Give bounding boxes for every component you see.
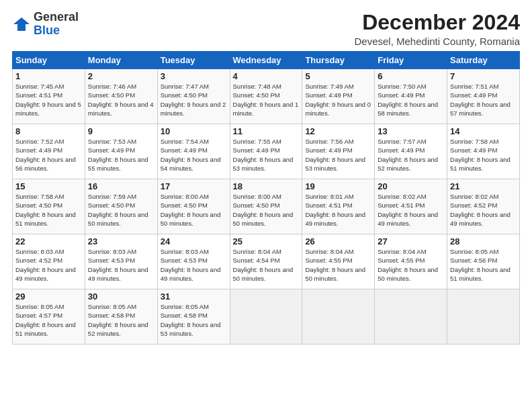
day-detail: Sunrise: 7:53 AMSunset: 4:49 PMDaylight:… [88,137,154,173]
day-detail: Sunrise: 8:00 AMSunset: 4:50 PMDaylight:… [161,192,227,228]
day-detail: Sunrise: 8:02 AMSunset: 4:52 PMDaylight:… [450,192,517,228]
day-detail: Sunrise: 8:01 AMSunset: 4:51 PMDaylight:… [305,192,371,228]
day-number: 18 [233,181,300,191]
svg-marker-0 [13,17,30,31]
day-detail: Sunrise: 7:50 AMSunset: 4:49 PMDaylight:… [378,82,444,118]
calendar-header: SundayMondayTuesdayWednesdayThursdayFrid… [13,52,520,69]
calendar-cell: 20Sunrise: 8:02 AMSunset: 4:51 PMDayligh… [375,179,447,234]
calendar-week-3: 15Sunrise: 7:58 AMSunset: 4:50 PMDayligh… [13,179,520,234]
calendar-cell: 12Sunrise: 7:56 AMSunset: 4:49 PMDayligh… [302,124,375,179]
calendar-cell: 5Sunrise: 7:49 AMSunset: 4:49 PMDaylight… [302,69,375,124]
day-detail: Sunrise: 8:05 AMSunset: 4:58 PMDaylight:… [88,302,154,338]
calendar-cell: 21Sunrise: 8:02 AMSunset: 4:52 PMDayligh… [447,179,520,234]
day-detail: Sunrise: 8:05 AMSunset: 4:58 PMDaylight:… [161,302,227,338]
day-number: 28 [450,236,517,246]
day-number: 2 [88,71,154,81]
weekday-sunday: Sunday [13,52,85,69]
day-detail: Sunrise: 7:56 AMSunset: 4:49 PMDaylight:… [305,137,371,173]
day-number: 16 [88,181,154,191]
calendar-cell: 24Sunrise: 8:03 AMSunset: 4:53 PMDayligh… [157,234,230,289]
calendar-cell: 13Sunrise: 7:57 AMSunset: 4:49 PMDayligh… [375,124,447,179]
calendar-week-4: 22Sunrise: 8:03 AMSunset: 4:52 PMDayligh… [13,234,520,289]
calendar-cell: 25Sunrise: 8:04 AMSunset: 4:54 PMDayligh… [230,234,302,289]
day-number: 25 [233,236,300,246]
logo-text: General Blue [34,11,79,38]
weekday-friday: Friday [375,52,447,69]
day-detail: Sunrise: 7:49 AMSunset: 4:49 PMDaylight:… [305,82,371,118]
calendar-cell: 4Sunrise: 7:48 AMSunset: 4:50 PMDaylight… [230,69,302,124]
day-detail: Sunrise: 8:02 AMSunset: 4:51 PMDaylight:… [378,192,444,228]
logo: General Blue [12,11,79,38]
calendar-cell: 27Sunrise: 8:04 AMSunset: 4:55 PMDayligh… [375,234,447,289]
calendar-cell: 16Sunrise: 7:59 AMSunset: 4:50 PMDayligh… [85,179,157,234]
calendar-cell: 11Sunrise: 7:55 AMSunset: 4:49 PMDayligh… [230,124,302,179]
weekday-wednesday: Wednesday [230,52,302,69]
day-number: 9 [88,126,154,136]
day-detail: Sunrise: 7:59 AMSunset: 4:50 PMDaylight:… [88,192,154,228]
calendar-cell: 17Sunrise: 8:00 AMSunset: 4:50 PMDayligh… [157,179,230,234]
calendar-cell [447,289,520,345]
day-detail: Sunrise: 8:04 AMSunset: 4:55 PMDaylight:… [378,247,444,283]
month-title: December 2024 [354,11,520,34]
day-detail: Sunrise: 8:04 AMSunset: 4:55 PMDaylight:… [305,247,371,283]
calendar-week-2: 8Sunrise: 7:52 AMSunset: 4:49 PMDaylight… [13,124,520,179]
day-number: 7 [450,71,517,81]
day-detail: Sunrise: 8:05 AMSunset: 4:57 PMDaylight:… [15,302,82,338]
calendar-cell: 30Sunrise: 8:05 AMSunset: 4:58 PMDayligh… [85,289,157,345]
calendar-cell: 9Sunrise: 7:53 AMSunset: 4:49 PMDaylight… [85,124,157,179]
calendar-cell [230,289,302,345]
day-number: 23 [88,236,154,246]
day-number: 6 [378,71,444,81]
day-number: 11 [233,126,300,136]
day-detail: Sunrise: 8:03 AMSunset: 4:53 PMDaylight:… [161,247,227,283]
day-detail: Sunrise: 7:46 AMSunset: 4:50 PMDaylight:… [88,82,154,118]
day-number: 27 [378,236,444,246]
weekday-thursday: Thursday [302,52,375,69]
calendar-page: General Blue December 2024 Devesel, Mehe… [0,0,532,411]
logo-blue: Blue [34,24,79,38]
header: General Blue December 2024 Devesel, Mehe… [12,11,520,47]
calendar-week-1: 1Sunrise: 7:45 AMSunset: 4:51 PMDaylight… [13,69,520,124]
day-number: 15 [15,181,82,191]
day-number: 21 [450,181,517,191]
location: Devesel, Mehedinti County, Romania [354,36,520,47]
calendar-week-5: 29Sunrise: 8:05 AMSunset: 4:57 PMDayligh… [13,289,520,345]
day-detail: Sunrise: 8:05 AMSunset: 4:56 PMDaylight:… [450,247,517,283]
calendar-cell [302,289,375,345]
weekday-tuesday: Tuesday [157,52,230,69]
day-detail: Sunrise: 7:54 AMSunset: 4:49 PMDaylight:… [161,137,227,173]
calendar-table: SundayMondayTuesdayWednesdayThursdayFrid… [12,51,520,345]
calendar-cell: 18Sunrise: 8:00 AMSunset: 4:50 PMDayligh… [230,179,302,234]
weekday-saturday: Saturday [447,52,520,69]
weekday-monday: Monday [85,52,157,69]
day-number: 4 [233,71,300,81]
day-detail: Sunrise: 8:03 AMSunset: 4:53 PMDaylight:… [88,247,154,283]
day-number: 30 [88,291,154,302]
day-detail: Sunrise: 7:58 AMSunset: 4:50 PMDaylight:… [15,192,82,228]
day-number: 26 [305,236,371,246]
calendar-cell: 10Sunrise: 7:54 AMSunset: 4:49 PMDayligh… [157,124,230,179]
day-detail: Sunrise: 8:00 AMSunset: 4:50 PMDaylight:… [233,192,300,228]
day-detail: Sunrise: 7:58 AMSunset: 4:49 PMDaylight:… [450,137,517,173]
day-number: 24 [161,236,227,246]
day-number: 20 [378,181,444,191]
day-number: 10 [161,126,227,136]
calendar-cell: 22Sunrise: 8:03 AMSunset: 4:52 PMDayligh… [13,234,85,289]
day-detail: Sunrise: 7:57 AMSunset: 4:49 PMDaylight:… [378,137,444,173]
calendar-cell: 28Sunrise: 8:05 AMSunset: 4:56 PMDayligh… [447,234,520,289]
calendar-cell: 15Sunrise: 7:58 AMSunset: 4:50 PMDayligh… [13,179,85,234]
calendar-cell: 31Sunrise: 8:05 AMSunset: 4:58 PMDayligh… [157,289,230,345]
day-detail: Sunrise: 8:04 AMSunset: 4:54 PMDaylight:… [233,247,300,283]
calendar-cell: 8Sunrise: 7:52 AMSunset: 4:49 PMDaylight… [13,124,85,179]
day-number: 5 [305,71,371,81]
calendar-cell: 6Sunrise: 7:50 AMSunset: 4:49 PMDaylight… [375,69,447,124]
calendar-cell: 7Sunrise: 7:51 AMSunset: 4:49 PMDaylight… [447,69,520,124]
calendar-cell [375,289,447,345]
day-number: 19 [305,181,371,191]
calendar-cell: 1Sunrise: 7:45 AMSunset: 4:51 PMDaylight… [13,69,85,124]
day-number: 8 [15,126,82,136]
calendar-cell: 23Sunrise: 8:03 AMSunset: 4:53 PMDayligh… [85,234,157,289]
day-number: 14 [450,126,517,136]
logo-icon [12,15,31,34]
weekday-header-row: SundayMondayTuesdayWednesdayThursdayFrid… [13,52,520,69]
